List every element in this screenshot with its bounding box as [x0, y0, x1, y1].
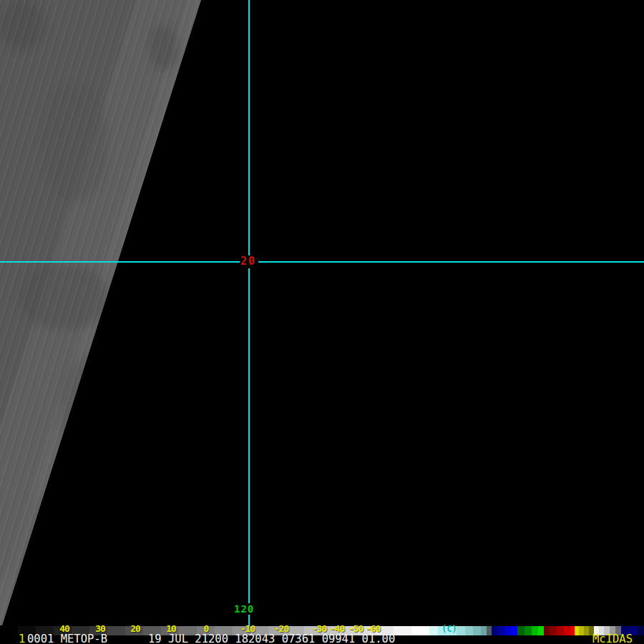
frame-number-label: 1 [19, 635, 25, 644]
colorbar-segment [125, 626, 143, 635]
colorbar-segment [550, 626, 557, 635]
colorbar-segment [457, 626, 465, 635]
longitude-gridline[interactable] [248, 268, 250, 603]
status-bar: 1 0001 METOP-B 19 JUL 21200 182043 07361… [0, 635, 644, 644]
colorbar-segment [538, 626, 544, 635]
colorbar-segment [564, 626, 570, 635]
mcidas-image-window: 20 120 (C) 403020100-10-20-30-40-50-60 1… [0, 0, 644, 644]
colorbar-segment [498, 626, 504, 635]
swath-scan-texture [0, 0, 215, 626]
colorbar-segment [638, 626, 644, 635]
colorbar-segment [438, 626, 457, 635]
colorbar-segment [525, 626, 532, 635]
latitude-label: 20 [240, 256, 256, 267]
latitude-gridline[interactable] [258, 261, 644, 263]
satellite-image-area[interactable]: 20 120 [0, 0, 644, 626]
datetime-label: 19 JUL 21200 182043 07361 09941 01.00 [148, 635, 395, 644]
colorbar-segment [544, 626, 550, 635]
colorbar-segment [579, 626, 584, 635]
colorbar-segment [473, 626, 481, 635]
colorbar-segment [532, 626, 538, 635]
colorbar-segment [429, 626, 438, 635]
colorbar-segment [465, 626, 473, 635]
colorbar-segment [0, 626, 18, 635]
colorbar-segment [511, 626, 517, 635]
colorbar-segment [394, 626, 411, 635]
colorbar-segment [584, 626, 589, 635]
satellite-swath [0, 0, 215, 626]
longitude-gridline[interactable] [248, 0, 250, 255]
dataset-label: 0001 METOP-B [27, 635, 107, 644]
colorbar-segment [557, 626, 564, 635]
colorbar-segment [481, 626, 487, 635]
colorbar-segment [411, 626, 429, 635]
colorbar-segment [517, 626, 525, 635]
colorbar-segment [107, 626, 125, 635]
colorbar-segment [492, 626, 498, 635]
colorbar-segment [504, 626, 511, 635]
colorbar-segment [487, 626, 492, 635]
latitude-gridline[interactable] [0, 261, 240, 263]
mcidas-brand-label: McIDAS [592, 635, 633, 644]
longitude-label: 120 [234, 604, 254, 615]
